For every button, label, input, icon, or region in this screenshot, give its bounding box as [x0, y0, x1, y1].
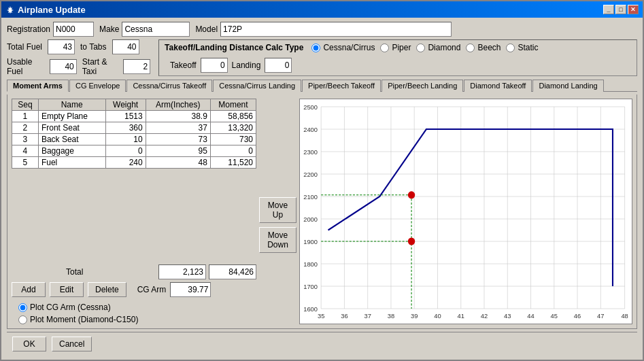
make-input[interactable] [122, 22, 190, 37]
svg-text:1900: 1900 [303, 238, 318, 245]
delete-button[interactable]: Delete [88, 282, 126, 297]
model-label: Model [195, 24, 218, 34]
usable-fuel-label: Usable Fuel [7, 57, 44, 76]
chart-area: 2500 2400 2300 2200 2100 2000 1900 1800 … [299, 99, 632, 324]
takeoff-landing-group: Takeoff Landing [170, 58, 292, 73]
tab-cessna-takeoff[interactable]: Cessna/Cirrus Takeoff [126, 80, 212, 92]
tab-piper-landing[interactable]: Piper/Beech Landing [382, 80, 463, 92]
plot-moment[interactable]: Plot Moment (Diamond-C150) [18, 315, 256, 324]
start-taxi-input[interactable] [123, 59, 150, 74]
tab-cg-envelope[interactable]: CG Envelope [69, 80, 126, 92]
titlebar: Airplane Update _ □ ✕ [1, 1, 643, 18]
main-panel: Seq Name Weight Arm(Inches) Moment 1 Emp… [7, 94, 637, 329]
cell-name: Baggage [38, 145, 105, 157]
model-input[interactable] [220, 22, 452, 37]
landing-input[interactable] [265, 58, 292, 73]
edit-button[interactable]: Edit [50, 282, 84, 297]
cell-seq: 3 [12, 134, 39, 145]
svg-text:46: 46 [574, 312, 581, 320]
svg-text:36: 36 [341, 312, 348, 320]
cell-weight: 1513 [105, 111, 146, 122]
svg-text:45: 45 [551, 312, 558, 320]
table-row[interactable]: 5 Fuel 240 48 11,520 [12, 157, 256, 169]
radio-static-input[interactable] [506, 44, 515, 52]
cell-seq: 5 [12, 157, 39, 169]
svg-text:48: 48 [621, 312, 628, 320]
cg-arm-label: CG Arm [137, 285, 167, 294]
radio-beech[interactable]: Beech [466, 43, 501, 52]
cell-weight: 0 [105, 145, 146, 157]
svg-rect-0 [300, 99, 632, 324]
col-arm: Arm(Inches) [146, 99, 210, 111]
minimize-button[interactable]: _ [603, 5, 614, 14]
cell-seq: 4 [12, 145, 39, 157]
svg-text:38: 38 [388, 312, 394, 320]
total-moment-display [209, 264, 256, 279]
left-panel: Seq Name Weight Arm(Inches) Moment 1 Emp… [12, 99, 256, 324]
to-tabs-input[interactable] [112, 39, 139, 54]
content-area: Registration Make Model Total Fuel to Ta… [1, 18, 643, 360]
radio-diamond[interactable]: Diamond [416, 43, 460, 52]
total-fuel-row: Total Fuel to Tabs [7, 39, 150, 54]
cell-moment: 0 [210, 145, 256, 157]
usable-fuel-input[interactable] [50, 59, 77, 74]
svg-text:35: 35 [318, 312, 324, 320]
cell-arm: 38.9 [146, 111, 210, 122]
registration-input[interactable] [53, 22, 94, 37]
moment-table: Seq Name Weight Arm(Inches) Moment 1 Emp… [12, 99, 256, 169]
cancel-button[interactable]: Cancel [52, 337, 92, 351]
cell-arm: 48 [146, 157, 210, 169]
cell-name: Front Seat [38, 122, 105, 134]
cell-weight: 240 [105, 157, 146, 169]
svg-text:1600: 1600 [303, 305, 318, 313]
svg-text:1800: 1800 [303, 260, 318, 268]
table-row[interactable]: 1 Empty Plane 1513 38.9 58,856 [12, 111, 256, 122]
cell-seq: 2 [12, 122, 39, 134]
table-row[interactable]: 3 Back Seat 10 73 730 [12, 134, 256, 145]
cell-moment: 58,856 [210, 111, 256, 122]
move-up-button[interactable]: MoveUp [259, 197, 296, 223]
radio-piper[interactable]: Piper [380, 43, 411, 52]
close-button[interactable]: ✕ [628, 5, 639, 14]
radio-cessna[interactable]: Cessna/Cirrus [311, 43, 375, 52]
svg-text:1700: 1700 [303, 283, 318, 290]
svg-text:2100: 2100 [303, 193, 318, 201]
ok-button[interactable]: OK [12, 337, 46, 351]
tab-moment-arms[interactable]: Moment Arms [7, 80, 69, 92]
total-fuel-label: Total Fuel [7, 42, 42, 52]
radio-cessna-input[interactable] [311, 44, 320, 52]
cell-moment: 11,520 [210, 157, 256, 169]
table-row[interactable]: 2 Front Seat 360 37 13,320 [12, 122, 256, 134]
svg-text:2400: 2400 [303, 126, 318, 133]
total-fuel-input[interactable] [48, 39, 75, 54]
takeoff-input[interactable] [201, 58, 228, 73]
plot-cg-arm[interactable]: Plot CG Arm (Cessna) [18, 303, 256, 312]
svg-text:44: 44 [527, 312, 535, 320]
cell-name: Back Seat [38, 134, 105, 145]
total-label: Total [66, 267, 83, 277]
col-weight: Weight [105, 99, 146, 111]
tab-cessna-landing[interactable]: Cessna/Cirrus Landing [213, 80, 301, 92]
svg-text:2300: 2300 [303, 148, 318, 156]
plot-moment-radio[interactable] [18, 315, 27, 324]
cell-arm: 73 [146, 134, 210, 145]
plot-cg-arm-radio[interactable] [18, 303, 27, 312]
make-group: Make [99, 22, 190, 37]
maximize-button[interactable]: □ [615, 5, 626, 14]
bottom-bar: OK Cancel [7, 332, 637, 356]
add-button[interactable]: Add [12, 282, 46, 297]
tab-diamond-takeoff[interactable]: Diamond Takeoff [464, 80, 532, 92]
radio-beech-input[interactable] [466, 44, 475, 52]
cg-arm-input[interactable] [170, 282, 211, 297]
tab-piper-takeoff[interactable]: Piper/Beech Takeoff [302, 80, 381, 92]
cell-name: Fuel [38, 157, 105, 169]
radio-piper-input[interactable] [380, 44, 389, 52]
svg-text:2000: 2000 [303, 216, 318, 223]
tab-diamond-landing[interactable]: Diamond Landing [532, 80, 603, 92]
table-row[interactable]: 4 Baggage 0 95 0 [12, 145, 256, 157]
radio-static[interactable]: Static [506, 43, 538, 52]
plot-options: Plot CG Arm (Cessna) Plot Moment (Diamon… [18, 303, 256, 324]
radio-diamond-input[interactable] [416, 44, 425, 52]
move-down-button[interactable]: MoveDown [259, 227, 296, 253]
start-taxi-label: Start & Taxi [82, 57, 118, 76]
